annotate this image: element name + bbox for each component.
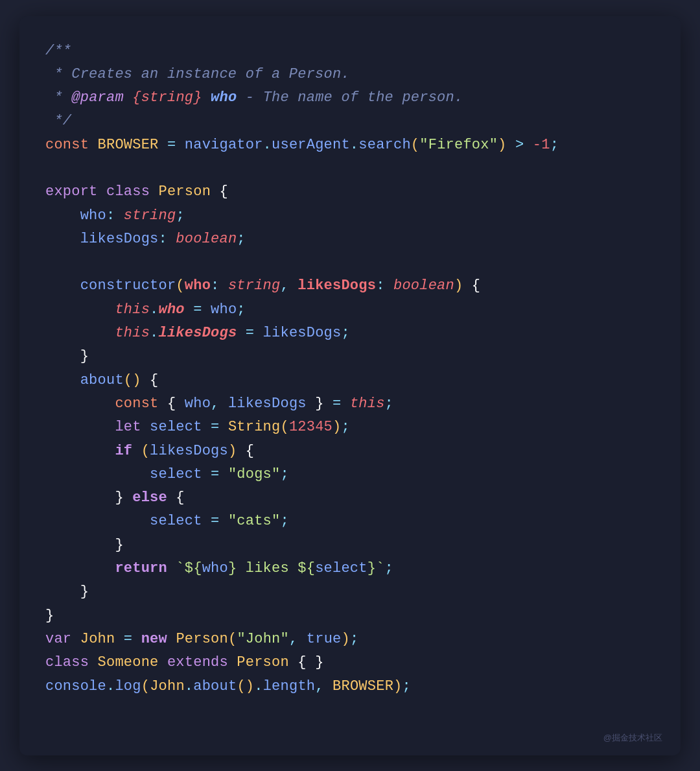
class-line: export class Person { [45,180,655,204]
this-likes-line: this.likesDogs = likesDogs; [45,322,655,345]
else-close-line: } [45,534,655,557]
code-block: /** * Creates an instance of a Person. *… [45,40,655,698]
blank-2 [45,251,655,274]
let-select-line: let select = String(12345); [45,416,655,439]
about-line: about() { [45,369,655,392]
comment-line-1: /** [45,40,655,63]
const-dest-line: const { who, likesDogs } = this; [45,392,655,416]
ctor-close-line: } [45,345,655,368]
var-john-line: var John = new Person("John", true); [45,628,655,651]
likes-prop-line: likesDogs: boolean; [45,228,655,251]
about-close-line: } [45,580,655,604]
if-line: if (likesDogs) { [45,440,655,463]
who-prop-line: who: string; [45,204,655,228]
else-line: } else { [45,486,655,510]
this-who-line: this.who = who; [45,298,655,322]
blank-1 [45,157,655,180]
constructor-line: constructor(who: string, likesDogs: bool… [45,274,655,298]
code-container: /** * Creates an instance of a Person. *… [19,16,681,755]
comment-line-4: */ [45,110,655,133]
class-close-line: } [45,604,655,628]
comment-line-3: * @param {string} who - The name of the … [45,86,655,110]
comment-line-2: * Creates an instance of a Person. [45,63,655,86]
watermark: @掘金技术社区 [603,732,662,744]
return-line: return `${who} likes ${select}`; [45,557,655,580]
select-dogs-line: select = "dogs"; [45,463,655,486]
class-someone-line: class Someone extends Person { } [45,651,655,674]
console-log-line: console.log(John.about().length, BROWSER… [45,675,655,698]
select-cats-line: select = "cats"; [45,510,655,533]
browser-line: const BROWSER = navigator.userAgent.sear… [45,134,655,157]
